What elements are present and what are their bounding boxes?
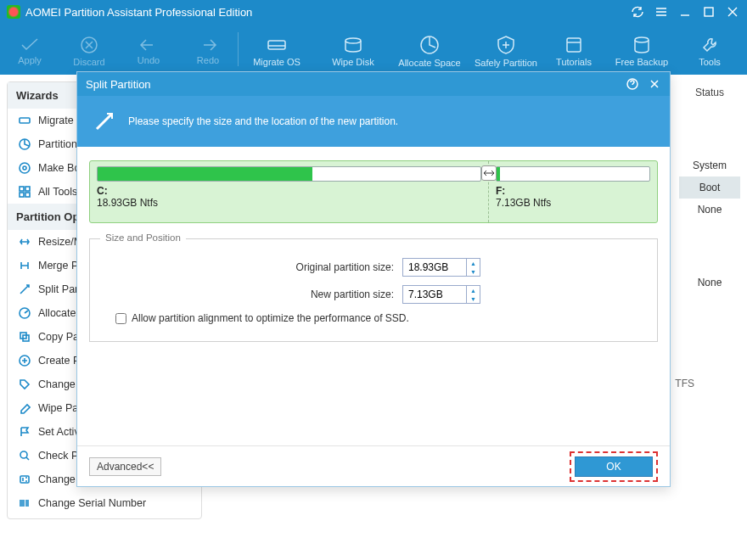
maximize-icon[interactable] (701, 4, 716, 20)
undo-button[interactable]: Undo (119, 34, 178, 65)
id-icon (18, 473, 31, 486)
partition-c: C: 18.93GB Ntfs (90, 161, 489, 222)
disc-icon (18, 161, 31, 175)
new-size-field[interactable] (403, 287, 466, 302)
dialog-titlebar: Split Partition (77, 72, 670, 96)
svg-point-6 (635, 37, 649, 42)
svg-rect-11 (20, 187, 24, 191)
svg-rect-5 (567, 38, 581, 52)
menu-icon[interactable] (654, 4, 669, 20)
partition-f: F: 7.13GB Ntfs (489, 161, 657, 222)
partition-f-bar (496, 166, 650, 182)
ssd-alignment-label: Allow partition alignment to optimize th… (132, 312, 409, 324)
pie-icon (18, 137, 31, 151)
free-backup-button[interactable]: Free Backup (604, 32, 680, 67)
svg-rect-20 (20, 476, 29, 483)
apply-button[interactable]: Apply (0, 34, 59, 65)
status-cell: None (679, 199, 740, 221)
svg-rect-7 (20, 118, 30, 123)
barcode-icon (18, 496, 31, 510)
split-handle[interactable] (481, 165, 497, 181)
svg-point-3 (345, 38, 361, 43)
spin-up-icon[interactable]: ▲ (467, 259, 480, 267)
new-size-label: New partition size: (267, 288, 394, 300)
close-icon[interactable] (725, 4, 740, 20)
spin-down-icon[interactable]: ▼ (467, 267, 480, 276)
main-toolbar: Apply Discard Undo Redo Migrate OS Wipe … (0, 24, 747, 75)
dialog-close-icon[interactable] (648, 77, 661, 91)
allocate-space-button[interactable]: Allocate Space (391, 31, 468, 68)
app-logo-icon (7, 5, 20, 19)
new-size-input[interactable]: ▲▼ (402, 285, 480, 304)
wipe-disk-button[interactable]: Wipe Disk (315, 32, 391, 67)
svg-point-10 (23, 166, 26, 170)
redo-button[interactable]: Redo (178, 34, 238, 65)
dialog-banner: Please specify the size and the location… (77, 96, 670, 147)
split-partition-dialog: Split Partition Please specify the size … (76, 71, 671, 487)
help-icon[interactable] (626, 77, 639, 91)
partition-f-label: F: (496, 185, 650, 197)
advanced-button[interactable]: Advanced<< (89, 457, 161, 476)
original-size-field[interactable] (403, 260, 466, 275)
ok-button[interactable]: OK (575, 456, 653, 477)
migrate-os-button[interactable]: Migrate OS (239, 32, 315, 67)
status-cell: Boot (679, 176, 740, 199)
split-icon (93, 109, 116, 133)
spin-down-icon[interactable]: ▼ (467, 294, 480, 303)
status-cell: System (679, 154, 740, 176)
original-size-label: Original partition size: (267, 261, 394, 273)
svg-point-19 (20, 451, 27, 458)
ghost-text: TFS (675, 378, 694, 389)
svg-rect-14 (25, 193, 30, 197)
svg-rect-13 (20, 193, 24, 197)
tag-icon (18, 378, 31, 391)
ok-highlight: OK (570, 451, 658, 482)
op-serial[interactable]: Change Serial Number (8, 491, 201, 515)
partition-c-size: 18.93GB Ntfs (97, 197, 481, 209)
tutorials-button[interactable]: Tutorials (544, 32, 604, 67)
allocate-icon (18, 306, 31, 320)
svg-point-9 (20, 163, 30, 173)
grid-icon (18, 185, 31, 199)
banner-text: Please specify the size and the location… (128, 115, 398, 127)
svg-rect-12 (25, 187, 30, 191)
status-cell: None (679, 272, 740, 294)
flag-icon (18, 425, 31, 439)
app-title: AOMEI Partition Assistant Professional E… (25, 6, 252, 19)
partition-c-bar (97, 166, 481, 182)
merge-icon (18, 259, 31, 272)
discard-button[interactable]: Discard (59, 32, 119, 67)
original-size-input[interactable]: ▲▼ (402, 258, 480, 277)
eraser-icon (18, 401, 31, 415)
partition-f-size: 7.13GB Ntfs (496, 197, 650, 209)
partition-c-label: C: (97, 185, 481, 197)
spin-up-icon[interactable]: ▲ (467, 286, 480, 294)
svg-rect-2 (268, 41, 285, 49)
minimize-icon[interactable] (677, 4, 693, 20)
plus-icon (18, 354, 31, 367)
copy-icon (18, 330, 31, 344)
partition-visual: C: 18.93GB Ntfs F: 7.13GB Ntfs (89, 160, 658, 223)
status-header: Status (679, 81, 740, 104)
drive-icon (18, 114, 31, 127)
safely-partition-button[interactable]: Safely Partition (468, 31, 544, 68)
dialog-footer: Advanced<< OK (77, 445, 670, 486)
dialog-title: Split Partition (86, 78, 151, 91)
status-column: Status System Boot None None (679, 81, 740, 294)
svg-rect-0 (705, 8, 713, 16)
search-icon (18, 449, 31, 462)
resize-icon (18, 235, 31, 249)
titlebar: AOMEI Partition Assistant Professional E… (0, 0, 747, 24)
split-icon (18, 283, 31, 296)
size-position-group: Size and Position Original partition siz… (89, 238, 658, 342)
tools-button[interactable]: Tools (680, 32, 739, 67)
ssd-alignment-checkbox[interactable] (115, 313, 126, 324)
fieldset-legend: Size and Position (100, 232, 186, 243)
refresh-icon[interactable] (630, 4, 645, 20)
